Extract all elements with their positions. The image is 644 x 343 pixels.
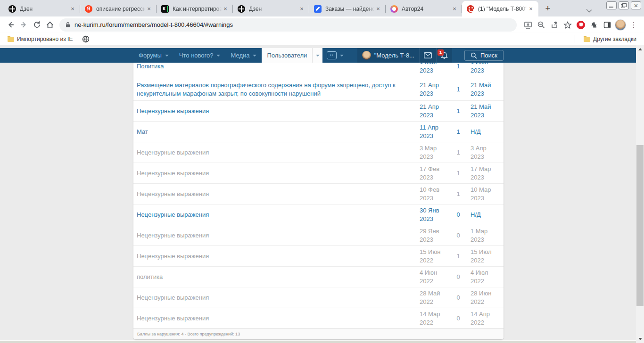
chevron-down-icon — [165, 55, 169, 57]
browser-tab[interactable]: Как интерпретиров × — [157, 1, 233, 16]
zoom-out-icon[interactable] — [535, 18, 548, 32]
warning-reason[interactable]: Нецензурные выражения — [133, 187, 420, 201]
warning-reason[interactable]: Нецензурные выражения — [133, 104, 420, 118]
warnings-table: Политика 1 Май 2023 1 1 Июн 2023 Размеще… — [133, 55, 504, 339]
tab-close-icon[interactable]: × — [298, 5, 305, 13]
tab-title: Дзен — [20, 6, 69, 12]
tab-close-icon[interactable]: × — [451, 5, 458, 13]
home-button[interactable] — [43, 18, 57, 32]
warning-expiry: 28 Июн 2022 — [471, 289, 504, 306]
reload-button[interactable] — [30, 18, 43, 32]
tab-close-icon[interactable]: × — [69, 5, 76, 13]
nav-item-пользователи[interactable]: Пользователи — [262, 48, 312, 63]
restore-button[interactable] — [619, 1, 629, 9]
warning-points: 1 — [446, 252, 471, 261]
bookmark-imported-folder[interactable]: Импортировано из IE — [5, 35, 75, 43]
scroll-down-arrow-icon[interactable] — [636, 335, 644, 343]
warning-reason[interactable]: политика — [133, 270, 420, 284]
nav-item-что-нового-[interactable]: Что нового? — [174, 48, 226, 63]
warning-reason[interactable]: Нецензурные выражения — [133, 229, 420, 243]
close-window-button[interactable] — [631, 1, 641, 9]
warning-row[interactable]: Нецензурные выражения 14 Мар 2022 0 14 А… — [133, 308, 504, 328]
warning-row[interactable]: Нецензурные выражения 29 Янв 2023 0 1 Ма… — [133, 225, 504, 245]
warning-date: 14 Мар 2022 — [420, 310, 446, 327]
warning-row[interactable]: Нецензурные выражения 17 Фев 2023 1 17 М… — [133, 163, 504, 183]
warning-row[interactable]: Нецензурные выражения 30 Янв 2023 0 Н/Д — [133, 204, 504, 225]
web-page: Форумы Что нового? Медиа Пользователи ▪▪… — [0, 45, 644, 343]
nav-item-медиа[interactable]: Медиа — [225, 48, 262, 63]
address-bar[interactable]: ne-kurim.ru/forum/members/model-t-800.46… — [59, 18, 517, 32]
zen-icon — [8, 5, 16, 13]
side-panel-icon[interactable] — [601, 18, 614, 32]
bookmarks-separator — [575, 35, 575, 43]
warning-row[interactable]: Нецензурные выражения 28 Май 2022 0 28 И… — [133, 287, 504, 308]
inbox-button[interactable] — [419, 48, 436, 63]
warning-date: 11 Апр 2023 — [420, 123, 446, 140]
warning-expiry: 1 Мар 2023 — [471, 227, 504, 244]
adblock-extension-icon[interactable] — [574, 18, 587, 32]
quick-nav-button[interactable]: ▪▪ — [322, 48, 348, 63]
tab-close-icon[interactable]: × — [145, 5, 153, 13]
share-icon[interactable] — [548, 18, 561, 32]
account-menu[interactable]: "Модель Т-8... — [357, 48, 419, 63]
browser-tab[interactable]: (1) "Модель Т-800" × — [462, 1, 538, 16]
scroll-up-arrow-icon[interactable] — [636, 45, 644, 53]
warning-points: 1 — [446, 85, 471, 94]
browser-tab[interactable]: Дзен × — [4, 1, 80, 16]
warning-reason[interactable]: Нецензурные выражения — [133, 208, 420, 222]
warning-reason[interactable]: Нецензурные выражения — [133, 146, 420, 160]
bookmark-star-icon[interactable] — [561, 18, 574, 32]
nav-item-форумы[interactable]: Форумы — [133, 48, 174, 63]
warning-points: 1 — [446, 148, 471, 157]
warning-reason[interactable]: Нецензурные выражения — [133, 291, 420, 305]
folder-icon — [8, 37, 14, 42]
forward-button[interactable] — [17, 18, 30, 32]
warning-points: 0 — [446, 211, 471, 219]
user-avatar — [362, 51, 371, 60]
new-tab-button[interactable]: + — [541, 2, 554, 16]
browser-tab[interactable]: Автор24 × — [386, 1, 462, 16]
scrollbar-thumb[interactable] — [636, 145, 644, 306]
tab-close-icon[interactable]: × — [222, 5, 229, 13]
warning-row[interactable]: Размещение материалов порнографического … — [133, 78, 504, 100]
warning-points: 0 — [446, 314, 471, 323]
profile-avatar[interactable] — [614, 18, 627, 32]
warning-reason[interactable]: Нецензурные выражения — [133, 249, 420, 263]
warning-row[interactable]: Нецензурные выражения 10 Фев 2023 1 10 М… — [133, 183, 504, 204]
browser-tab[interactable]: Заказы — найдено × — [309, 1, 386, 16]
warning-row[interactable]: политика 4 Июн 2022 0 4 Июл 2022 — [133, 266, 504, 287]
warning-reason[interactable]: Нецензурные выражения — [133, 166, 420, 180]
tab-search-chevron-icon[interactable] — [583, 2, 596, 16]
search-box[interactable]: Поиск — [464, 50, 504, 61]
install-icon[interactable] — [521, 18, 535, 32]
tab-close-icon[interactable]: × — [527, 5, 535, 13]
browser-tab[interactable]: описание регрессии × — [80, 1, 157, 16]
warning-points: 1 — [446, 169, 471, 178]
warning-date: 10 Фев 2023 — [420, 186, 446, 202]
chevron-down-icon — [216, 55, 220, 57]
bookmarks-bar: Импортировано из IE Другие закладки — [0, 33, 644, 45]
warning-reason[interactable]: Нецензурные выражения — [133, 311, 420, 326]
back-button[interactable] — [4, 18, 17, 32]
warning-points: 1 — [446, 107, 471, 115]
vertical-scrollbar[interactable] — [636, 45, 644, 343]
username: "Модель Т-8... — [374, 52, 414, 59]
warning-row[interactable]: Нецензурные выражения 15 Июн 2022 1 15 И… — [133, 245, 504, 266]
tab-title: Дзен — [249, 6, 298, 12]
minimize-button[interactable] — [606, 1, 617, 9]
users-dropdown-caret[interactable] — [312, 48, 322, 63]
alerts-button[interactable]: 1 — [436, 48, 452, 63]
url-text: ne-kurim.ru/forum/members/model-t-800.46… — [74, 21, 233, 28]
warning-row[interactable]: Мат 11 Апр 2023 1 Н/Д — [133, 121, 504, 142]
warning-row[interactable]: Нецензурные выражения 21 Апр 2023 1 21 М… — [133, 100, 504, 121]
extensions-puzzle-icon[interactable] — [587, 18, 601, 32]
menu-dots-icon[interactable]: ⋮ — [627, 18, 640, 32]
browser-tab[interactable]: Дзен × — [233, 1, 309, 16]
warning-row[interactable]: Нецензурные выражения 3 Мар 2023 1 3 Апр… — [133, 142, 504, 163]
warning-reason[interactable]: Мат — [133, 125, 420, 139]
warning-reason[interactable]: Размещение материалов порнографического … — [133, 78, 420, 100]
other-bookmarks-folder[interactable]: Другие закладки — [581, 35, 639, 43]
tab-close-icon[interactable]: × — [374, 5, 382, 13]
globe-bookmark-icon[interactable] — [82, 35, 90, 43]
nav-item-label: Медиа — [231, 52, 249, 59]
